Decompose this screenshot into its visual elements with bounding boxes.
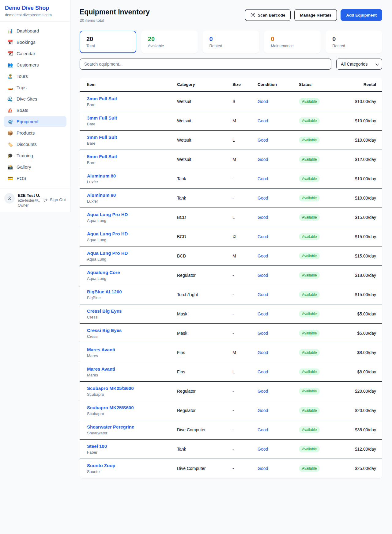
cell-size: S — [229, 92, 254, 111]
condition-link[interactable]: Good — [258, 99, 268, 104]
condition-link[interactable]: Good — [258, 466, 268, 471]
condition-link[interactable]: Good — [258, 350, 268, 355]
condition-link[interactable]: Good — [258, 118, 268, 123]
sidebar-item-dive-sites[interactable]: 🌊 Dive Sites — [4, 93, 66, 104]
cell-item: Shearwater Peregrine Shearwater — [80, 420, 174, 440]
brand-title[interactable]: Demo Dive Shop — [5, 5, 65, 11]
item-link[interactable]: BigBlue AL1200 — [87, 289, 122, 294]
user-role: Owner — [18, 203, 40, 208]
item-link[interactable]: Cressi Big Eyes — [87, 308, 122, 314]
item-link[interactable]: 3mm Full Suit — [87, 96, 117, 101]
sidebar-item-equipment[interactable]: 🤿 Equipment — [4, 116, 66, 127]
condition-link[interactable]: Good — [258, 389, 268, 394]
sidebar-item-calendar[interactable]: 📆 Calendar — [4, 48, 66, 59]
cell-rental: $8.00/day — [342, 362, 382, 382]
sidebar-item-label: Gallery — [17, 164, 31, 170]
cell-status: Available — [296, 382, 342, 401]
sidebar-item-bookings[interactable]: 📅 Bookings — [4, 37, 66, 48]
cell-item: Aluminum 80 Luxfer — [80, 189, 174, 208]
table-row: Aqua Lung Pro HD Aqua Lung BCD M Good Av… — [80, 246, 382, 266]
cell-status: Available — [296, 208, 342, 227]
sign-out-button[interactable]: Sign Out — [43, 193, 66, 202]
table-row: Aqualung Core Aqua Lung Regulator - Good… — [80, 266, 382, 285]
category-select[interactable]: All Categories — [336, 59, 382, 70]
condition-link[interactable]: Good — [258, 292, 268, 297]
item-link[interactable]: Aluminum 80 — [87, 193, 116, 198]
condition-link[interactable]: Good — [258, 138, 268, 143]
tear-calendar-icon: 📆 — [7, 51, 13, 56]
item-link[interactable]: Suunto Zoop — [87, 463, 115, 468]
scan-barcode-button[interactable]: Scan Barcode — [245, 9, 291, 21]
item-link[interactable]: Steel 100 — [87, 444, 107, 449]
item-link[interactable]: Mares Avanti — [87, 347, 115, 352]
item-link[interactable]: Aluminum 80 — [87, 173, 116, 178]
col-status: Status — [296, 78, 342, 92]
sidebar-item-gallery[interactable]: 📸 Gallery — [4, 162, 66, 172]
sidebar-item-label: Boats — [17, 108, 28, 113]
cell-category: Wetsuit — [174, 150, 229, 169]
sidebar-item-tours[interactable]: 🏝️ Tours — [4, 71, 66, 82]
condition-link[interactable]: Good — [258, 254, 268, 258]
item-link[interactable]: Shearwater Peregrine — [87, 424, 134, 429]
item-link[interactable]: Cressi Big Eyes — [87, 328, 122, 333]
cell-item: Aqua Lung Pro HD Aqua Lung — [80, 208, 174, 227]
cell-category: Regulator — [174, 382, 229, 401]
stat-value: 0 — [209, 35, 253, 43]
stat-card[interactable]: 0 Maintenance — [264, 31, 321, 53]
sidebar-item-trips[interactable]: 🚤 Trips — [4, 82, 66, 93]
manage-rentals-button[interactable]: Manage Rentals — [294, 9, 337, 21]
status-badge: Available — [299, 368, 320, 375]
item-link[interactable]: 3mm Full Suit — [87, 115, 117, 120]
item-link[interactable]: Aqua Lung Pro HD — [87, 212, 128, 217]
condition-link[interactable]: Good — [258, 427, 268, 432]
stat-card[interactable]: 20 Total — [80, 31, 136, 53]
cell-condition: Good — [254, 420, 296, 440]
add-equipment-button[interactable]: Add Equipment — [341, 9, 382, 21]
cell-condition: Good — [254, 343, 296, 362]
condition-link[interactable]: Good — [258, 215, 268, 220]
condition-link[interactable]: Good — [258, 331, 268, 336]
sidebar-item-training[interactable]: 🎓 Training — [4, 150, 66, 161]
condition-link[interactable]: Good — [258, 234, 268, 239]
condition-link[interactable]: Good — [258, 369, 268, 374]
item-link[interactable]: Mares Avanti — [87, 366, 115, 372]
item-link[interactable]: Scubapro MK25/S600 — [87, 405, 134, 410]
condition-link[interactable]: Good — [258, 176, 268, 181]
stat-card[interactable]: 0 Retired — [326, 31, 382, 53]
condition-link[interactable]: Good — [258, 273, 268, 278]
item-brand: Scubapro — [87, 411, 171, 416]
cell-condition: Good — [254, 92, 296, 111]
cell-rental: $5.00/day — [342, 304, 382, 324]
sidebar-item-discounts[interactable]: 🏷️ Discounts — [4, 139, 66, 150]
table-row: 3mm Full Suit Bare Wetsuit S Good Availa… — [80, 92, 382, 111]
sidebar-item-label: Training — [17, 153, 33, 158]
sidebar-item-pos[interactable]: 💳 POS — [4, 173, 66, 184]
stat-label: Maintenance — [271, 44, 314, 48]
sidebar-item-boats[interactable]: ⛵ Boats — [4, 105, 66, 116]
item-link[interactable]: 3mm Full Suit — [87, 135, 117, 140]
item-link[interactable]: Aqua Lung Pro HD — [87, 231, 128, 236]
cell-condition: Good — [254, 208, 296, 227]
stat-card[interactable]: 20 Available — [141, 31, 198, 53]
cell-size: - — [229, 169, 254, 189]
item-link[interactable]: Aqualung Core — [87, 270, 120, 275]
sidebar-item-customers[interactable]: 👥 Customers — [4, 59, 66, 70]
condition-link[interactable]: Good — [258, 408, 268, 413]
sidebar-item-products[interactable]: 📦 Products — [4, 128, 66, 138]
condition-link[interactable]: Good — [258, 311, 268, 316]
table-row: Suunto Zoop Suunto Dive Computer - Good … — [80, 459, 382, 478]
status-badge: Available — [299, 175, 320, 182]
condition-link[interactable]: Good — [258, 157, 268, 162]
stat-card[interactable]: 0 Rented — [203, 31, 259, 53]
sidebar-item-dashboard[interactable]: 📊 Dashboard — [4, 25, 66, 36]
item-link[interactable]: Scubapro MK25/S600 — [87, 386, 134, 391]
cell-rental: $15.00/day — [342, 227, 382, 246]
condition-link[interactable]: Good — [258, 196, 268, 200]
search-input[interactable] — [80, 59, 331, 70]
logo-block: Demo Dive Shop demo.test.divestreams.com — [0, 0, 70, 22]
item-link[interactable]: 5mm Full Suit — [87, 154, 117, 159]
item-link[interactable]: Aqua Lung Pro HD — [87, 250, 128, 256]
table-row: 3mm Full Suit Bare Wetsuit M Good Availa… — [80, 111, 382, 131]
sidebar-item-label: Discounts — [17, 142, 37, 147]
condition-link[interactable]: Good — [258, 447, 268, 452]
